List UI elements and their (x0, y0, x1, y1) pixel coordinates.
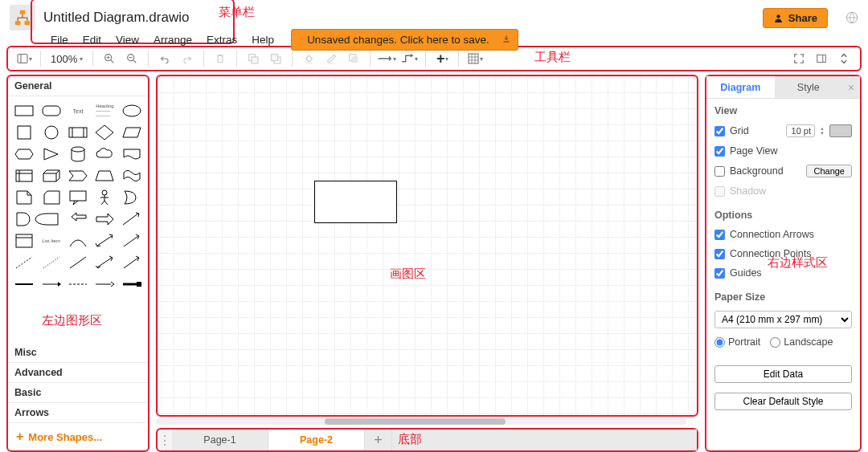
close-panel-button[interactable]: × (842, 76, 860, 98)
shape-trapezoid[interactable] (92, 166, 117, 185)
tab-page-1[interactable]: Page-1 (172, 430, 268, 450)
shape-textbox[interactable]: Heading—————— (92, 101, 117, 120)
menu-arrange[interactable]: Arrange (146, 32, 199, 47)
shape-card[interactable] (39, 188, 63, 207)
menu-view[interactable]: View (108, 32, 146, 47)
sidebar-cat-advanced[interactable]: Advanced (8, 363, 148, 383)
delete-button[interactable] (211, 49, 230, 68)
shape-bidiarrow[interactable] (92, 231, 117, 250)
background-checkbox[interactable] (714, 166, 725, 177)
shape-curve[interactable] (66, 231, 90, 250)
share-button[interactable]: Share (763, 8, 828, 28)
grid-color-swatch[interactable] (829, 124, 852, 137)
menu-file[interactable]: File (43, 32, 76, 47)
hscroll-thumb[interactable] (325, 418, 506, 425)
fullscreen-button[interactable] (789, 49, 809, 68)
shape-document[interactable] (120, 145, 144, 164)
shape-dirline[interactable] (120, 253, 144, 272)
shape-conn5[interactable] (120, 275, 144, 294)
shape-callout[interactable] (66, 188, 90, 207)
shape-cylinder[interactable] (66, 145, 90, 164)
unsaved-save-button[interactable]: Unsaved changes. Click here to save. (291, 29, 518, 51)
shape-list[interactable] (12, 231, 36, 250)
line-color-button[interactable] (321, 49, 341, 68)
sidebar-toggle-button[interactable]: ▾ (14, 49, 34, 68)
menu-edit[interactable]: Edit (76, 32, 108, 47)
shape-link[interactable] (120, 210, 144, 229)
sidebar-cat-misc[interactable]: Misc (8, 343, 148, 363)
shape-ellipse[interactable] (120, 101, 144, 120)
shape-datastore[interactable] (39, 210, 63, 229)
shape-bidiline[interactable] (92, 253, 117, 272)
conn-arrows-checkbox[interactable] (714, 230, 725, 240)
shape-or[interactable] (120, 188, 144, 207)
pageview-checkbox[interactable] (714, 146, 725, 157)
zoom-in-button[interactable] (100, 49, 119, 68)
shape-cloud[interactable] (92, 145, 117, 164)
grid-checkbox[interactable] (714, 126, 725, 136)
shape-actor[interactable] (92, 188, 117, 207)
shadow-button[interactable] (344, 49, 363, 68)
to-back-button[interactable] (266, 49, 285, 68)
table-button[interactable]: ▾ (465, 49, 485, 68)
shape-conn1[interactable] (12, 275, 36, 294)
rtab-diagram[interactable]: Diagram (706, 76, 775, 98)
shape-step[interactable] (66, 166, 90, 185)
portrait-radio[interactable] (714, 337, 725, 348)
shape-process[interactable] (66, 123, 90, 142)
shape-conn3[interactable] (66, 275, 90, 294)
diagram-canvas[interactable] (156, 75, 698, 417)
rtab-style[interactable]: Style (775, 76, 843, 98)
guides-checkbox[interactable] (714, 268, 725, 279)
sidebar-cat-general[interactable]: General (8, 76, 148, 96)
to-front-button[interactable] (244, 49, 263, 68)
shape-conn4[interactable] (92, 275, 117, 294)
shape-internal[interactable] (12, 166, 36, 185)
tab-page-2[interactable]: Page-2 (268, 430, 365, 450)
shape-listitem[interactable]: List Item (39, 231, 63, 250)
format-panel-toggle[interactable] (812, 49, 831, 68)
fill-color-button[interactable] (299, 49, 318, 68)
menu-extras[interactable]: Extras (199, 32, 244, 47)
shape-arrow[interactable] (92, 210, 117, 229)
grid-size-value[interactable]: 10 pt (786, 124, 815, 137)
clear-style-button[interactable]: Clear Default Style (714, 393, 852, 410)
shape-bidi[interactable] (66, 210, 90, 229)
sidebar-cat-arrows[interactable]: Arrows (8, 403, 148, 422)
redo-button[interactable] (178, 49, 197, 68)
zoom-out-button[interactable] (122, 49, 141, 68)
menu-help[interactable]: Help (244, 32, 281, 47)
shape-hex[interactable] (12, 145, 36, 164)
papersize-select[interactable]: A4 (210 mm x 297 mm) (714, 311, 852, 328)
shape-tape[interactable] (120, 166, 144, 185)
conn-points-checkbox[interactable] (714, 249, 725, 259)
shape-text[interactable]: Text (66, 101, 90, 120)
globe-icon[interactable] (845, 11, 858, 24)
insert-button[interactable]: +▾ (432, 49, 452, 68)
shape-rounded[interactable] (39, 101, 63, 120)
shape-diamond[interactable] (92, 123, 117, 142)
shape-conn2[interactable] (39, 275, 63, 294)
collapse-button[interactable] (834, 49, 854, 68)
shape-and[interactable] (12, 210, 36, 229)
edit-data-button[interactable]: Edit Data (714, 365, 852, 383)
shape-parallelogram[interactable] (120, 123, 144, 142)
shape-square[interactable] (12, 123, 36, 142)
landscape-radio[interactable] (770, 337, 780, 348)
shape-note[interactable] (12, 188, 36, 207)
hscrollbar[interactable] (156, 418, 686, 425)
waypoint-button[interactable]: ▾ (399, 49, 419, 68)
undo-button[interactable] (155, 49, 174, 68)
connection-button[interactable]: ▾ (377, 49, 396, 68)
shape-rect[interactable] (12, 101, 36, 120)
sidebar-cat-basic[interactable]: Basic (8, 383, 148, 403)
add-page-button[interactable]: + (365, 430, 392, 450)
shape-circle[interactable] (39, 123, 63, 142)
zoom-select[interactable]: 100%▾ (47, 53, 86, 65)
shape-direrrow[interactable] (120, 231, 144, 250)
pages-menu-handle[interactable]: ⋮ (158, 430, 172, 450)
shape-line[interactable] (66, 253, 90, 272)
background-change-button[interactable]: Change (806, 165, 852, 177)
shape-triangle[interactable] (39, 145, 63, 164)
more-shapes-button[interactable]: + More Shapes... (8, 422, 148, 450)
